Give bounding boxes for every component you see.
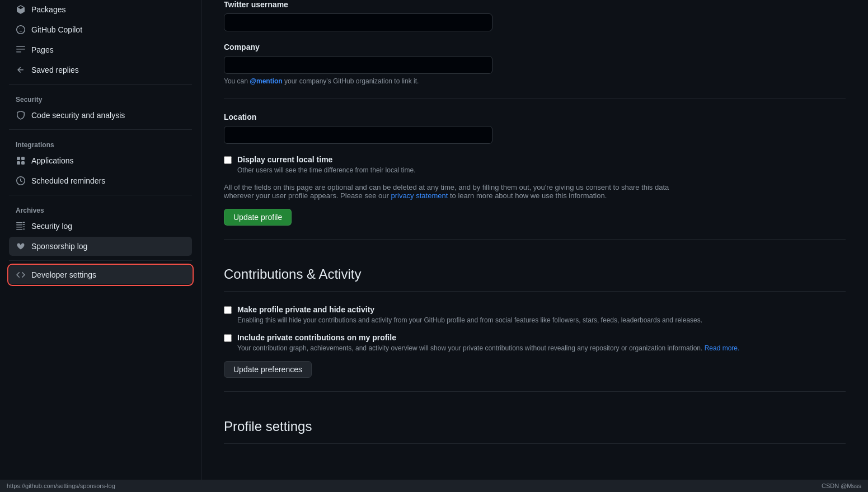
make-private-label[interactable]: Make profile private and hide activity bbox=[237, 305, 374, 314]
sidebar-item-packages-label: Packages bbox=[31, 5, 65, 14]
company-hint-suffix: your company's GitHub organization to li… bbox=[283, 77, 419, 85]
optional-note-suffix: to learn more about how we use this info… bbox=[448, 191, 607, 200]
shield-icon bbox=[16, 110, 26, 120]
divider-security bbox=[9, 84, 192, 85]
code-icon bbox=[16, 270, 26, 280]
sidebar-item-scheduled-reminders-label: Scheduled reminders bbox=[31, 176, 105, 185]
sidebar-item-pages[interactable]: Pages bbox=[9, 40, 192, 59]
twitter-label: Twitter username bbox=[224, 0, 846, 9]
company-label: Company bbox=[224, 43, 846, 51]
make-private-row: Make profile private and hide activity E… bbox=[224, 305, 846, 324]
sidebar-item-copilot[interactable]: GitHub Copilot bbox=[9, 20, 192, 39]
section-label-security: Security bbox=[9, 89, 192, 106]
display-time-checkbox[interactable] bbox=[224, 156, 232, 164]
sidebar-item-sponsorship-log[interactable]: Sponsorship log bbox=[9, 237, 192, 256]
profile-settings-title: Profile settings bbox=[224, 405, 846, 444]
contributions-title: Contributions & Activity bbox=[224, 253, 846, 292]
company-group: Company You can @mention your company's … bbox=[224, 43, 846, 85]
statusbar-url: https://github.com/settings/sponsors-log bbox=[7, 482, 115, 489]
sidebar-item-developer-settings-label: Developer settings bbox=[31, 270, 96, 279]
divider-main-2 bbox=[224, 239, 846, 240]
optional-note: All of the fields on this page are optio… bbox=[224, 183, 694, 200]
display-time-desc: Other users will see the time difference… bbox=[237, 166, 416, 174]
include-private-row: Include private contributions on my prof… bbox=[224, 333, 846, 352]
privacy-link[interactable]: privacy statement bbox=[391, 191, 448, 200]
sidebar-item-sponsorship-log-label: Sponsorship log bbox=[31, 242, 87, 251]
twitter-group: Twitter username bbox=[224, 0, 846, 31]
statusbar: https://github.com/settings/sponsors-log… bbox=[0, 480, 868, 492]
clock-icon bbox=[16, 176, 26, 186]
display-time-content: Display current local time Other users w… bbox=[237, 155, 416, 174]
sidebar-item-applications-label: Applications bbox=[31, 156, 74, 165]
sidebar-item-code-security[interactable]: Code security and analysis bbox=[9, 106, 192, 125]
sidebar-item-security-log[interactable]: Security log bbox=[9, 217, 192, 236]
divider-main-1 bbox=[224, 99, 846, 99]
read-more-link[interactable]: Read more. bbox=[705, 344, 740, 352]
divider-main-3 bbox=[224, 391, 846, 392]
statusbar-right: CSDN @Msss bbox=[822, 482, 861, 489]
company-input[interactable] bbox=[224, 56, 492, 74]
divider-developer bbox=[9, 260, 192, 261]
update-preferences-button[interactable]: Update preferences bbox=[224, 361, 312, 378]
section-label-integrations: Integrations bbox=[9, 134, 192, 151]
sidebar-item-developer-settings[interactable]: Developer settings bbox=[9, 265, 192, 284]
include-private-desc-text: Your contribution graph, achievements, a… bbox=[237, 344, 705, 352]
update-profile-button[interactable]: Update profile bbox=[224, 209, 292, 226]
apps-icon bbox=[16, 156, 26, 166]
company-mention: @mention bbox=[250, 77, 282, 85]
list-icon bbox=[16, 221, 26, 231]
sidebar-item-scheduled-reminders[interactable]: Scheduled reminders bbox=[9, 171, 192, 190]
location-input[interactable] bbox=[224, 126, 492, 144]
sidebar-item-code-security-label: Code security and analysis bbox=[31, 111, 125, 120]
arrow-left-icon bbox=[16, 65, 26, 75]
display-time-row: Display current local time Other users w… bbox=[224, 155, 846, 174]
main-content: Twitter username Company You can @mentio… bbox=[201, 0, 868, 492]
location-group: Location bbox=[224, 113, 846, 144]
include-private-label[interactable]: Include private contributions on my prof… bbox=[237, 333, 396, 342]
make-private-desc: Enabling this will hide your contributio… bbox=[237, 316, 702, 324]
location-label: Location bbox=[224, 113, 846, 121]
display-time-label[interactable]: Display current local time bbox=[237, 155, 332, 164]
twitter-input[interactable] bbox=[224, 13, 492, 31]
sponsorship-icon bbox=[16, 241, 26, 251]
sidebar: Packages GitHub Copilot Pages Saved repl… bbox=[0, 0, 201, 492]
pages-icon bbox=[16, 45, 26, 55]
sidebar-item-copilot-label: GitHub Copilot bbox=[31, 25, 82, 34]
sidebar-item-pages-label: Pages bbox=[31, 45, 54, 54]
divider-archives bbox=[9, 195, 192, 195]
divider-integrations bbox=[9, 129, 192, 130]
include-private-checkbox[interactable] bbox=[224, 334, 232, 342]
sidebar-item-saved-replies[interactable]: Saved replies bbox=[9, 60, 192, 79]
sidebar-item-security-log-label: Security log bbox=[31, 222, 72, 231]
section-label-archives: Archives bbox=[9, 200, 192, 217]
copilot-icon bbox=[16, 25, 26, 35]
make-private-checkbox[interactable] bbox=[224, 306, 232, 314]
sidebar-item-saved-replies-label: Saved replies bbox=[31, 65, 79, 74]
company-hint: You can @mention your company's GitHub o… bbox=[224, 77, 846, 85]
include-private-content: Include private contributions on my prof… bbox=[237, 333, 739, 352]
sidebar-item-packages[interactable]: Packages bbox=[9, 0, 192, 19]
make-private-content: Make profile private and hide activity E… bbox=[237, 305, 702, 324]
include-private-desc: Your contribution graph, achievements, a… bbox=[237, 344, 739, 352]
company-hint-prefix: You can bbox=[224, 77, 250, 85]
sidebar-item-applications[interactable]: Applications bbox=[9, 151, 192, 170]
package-icon bbox=[16, 4, 26, 15]
